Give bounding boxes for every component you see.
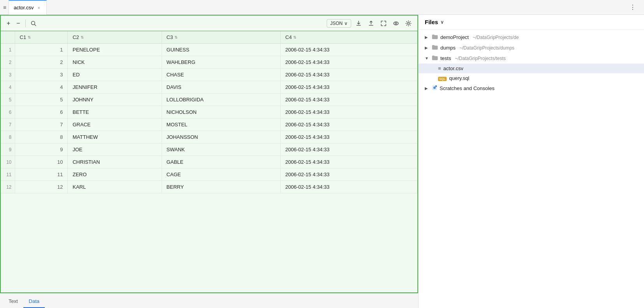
cell-c4: 2006-02-15 4:34:33 [280, 44, 417, 56]
cell-c2: CHRISTIAN [68, 156, 162, 168]
table-row[interactable]: 33EDCHASE2006-02-15 4:34:33 [1, 69, 417, 81]
cell-c1: 5 [15, 94, 68, 106]
row-number: 1 [1, 44, 15, 56]
table-row[interactable]: 1010CHRISTIANGABLE2006-02-15 4:34:33 [1, 156, 417, 168]
col-header-c4[interactable]: C4 ⇅ [280, 31, 417, 44]
tree-item-querySql[interactable]: SQLquery.sql [419, 73, 644, 83]
tree-icon-dumps [432, 44, 438, 51]
files-chevron-icon[interactable]: ∨ [440, 19, 444, 25]
tree-item-tests[interactable]: ▼tests~/DataGripProjects/tests [419, 53, 644, 64]
tree-item-dumps[interactable]: ▶dumps~/DataGripProjects/dumps [419, 42, 644, 53]
svg-point-4 [408, 22, 410, 24]
table-header-row: C1 ⇅ C2 ⇅ C3 [1, 31, 417, 44]
bottom-tabs: Text Data [0, 293, 418, 308]
row-number: 11 [1, 168, 15, 181]
left-panel: + − JSON ∨ [0, 15, 418, 308]
toolbar: + − JSON ∨ [0, 15, 418, 31]
sort-icon-c1: ⇅ [28, 35, 31, 39]
preview-button[interactable] [391, 19, 401, 28]
cell-c4: 2006-02-15 4:34:33 [280, 81, 417, 94]
svg-point-2 [394, 22, 398, 25]
sort-icon-c3: ⇅ [174, 35, 178, 39]
sort-icon-c4: ⇅ [293, 35, 296, 39]
row-number: 7 [1, 119, 15, 131]
tree-meta-tests: ~/DataGripProjects/tests [455, 56, 505, 61]
file-tab[interactable]: actor.csv × [9, 0, 47, 15]
cell-c1: 12 [15, 181, 68, 193]
tree-label-querySql: query.sql [449, 75, 469, 81]
tree-arrow-tests: ▼ [425, 56, 429, 60]
tree-item-actorCsv[interactable]: ≡actor.csv [419, 64, 644, 73]
cell-c4: 2006-02-15 4:34:33 [280, 156, 417, 168]
expand-button[interactable] [378, 19, 389, 28]
col-header-c3[interactable]: C3 ⇅ [162, 31, 280, 44]
tab-close-button[interactable]: × [36, 5, 41, 11]
cell-c4: 2006-02-15 4:34:33 [280, 106, 417, 119]
tree-arrow-scratchesAndConsoles: ▶ [425, 86, 429, 90]
table-row[interactable]: 88MATTHEWJOHANSSON2006-02-15 4:34:33 [1, 131, 417, 143]
tree-label-dumps: dumps [440, 45, 456, 51]
row-number: 12 [1, 181, 15, 193]
table-row[interactable]: 22NICKWAHLBERG2006-02-15 4:34:33 [1, 56, 417, 69]
format-label: JSON [330, 21, 343, 26]
title-bar: ≡ actor.csv × ⋮ [0, 0, 644, 15]
row-number: 10 [1, 156, 15, 168]
tree-icon-scratchesAndConsoles [432, 85, 437, 92]
table-row[interactable]: 11PENELOPEGUINESS2006-02-15 4:34:33 [1, 44, 417, 56]
cell-c1: 7 [15, 119, 68, 131]
tree-label-scratchesAndConsoles: Scratches and Consoles [440, 85, 494, 91]
tree-item-demoProject[interactable]: ▶demoProject~/DataGripProjects/de [419, 32, 644, 42]
cell-c3: DAVIS [162, 81, 280, 94]
files-title: Files [425, 19, 438, 25]
table-row[interactable]: 1111ZEROCAGE2006-02-15 4:34:33 [1, 168, 417, 181]
svg-point-6 [433, 87, 436, 89]
format-dropdown[interactable]: JSON ∨ [327, 19, 351, 28]
right-panel: Files ∨ ▶demoProject~/DataGripProjects/d… [418, 15, 644, 308]
table-row[interactable]: 99JOESWANK2006-02-15 4:34:33 [1, 143, 417, 156]
cell-c1: 9 [15, 143, 68, 156]
table-body: 11PENELOPEGUINESS2006-02-15 4:34:3322NIC… [1, 44, 417, 193]
download-button[interactable] [354, 19, 364, 28]
cell-c4: 2006-02-15 4:34:33 [280, 56, 417, 69]
cell-c4: 2006-02-15 4:34:33 [280, 181, 417, 193]
table-row[interactable]: 66BETTENICHOLSON2006-02-15 4:34:33 [1, 106, 417, 119]
cell-c4: 2006-02-15 4:34:33 [280, 94, 417, 106]
cell-c2: MATTHEW [68, 131, 162, 143]
cell-c1: 4 [15, 81, 68, 94]
cell-c2: JENNIFER [68, 81, 162, 94]
cell-c2: JOE [68, 143, 162, 156]
upload-button[interactable] [366, 19, 376, 28]
cell-c1: 1 [15, 44, 68, 56]
tree-arrow-dumps: ▶ [425, 46, 429, 50]
cell-c3: GABLE [162, 156, 280, 168]
table-row[interactable]: 55JOHNNYLOLLOBRIGIDA2006-02-15 4:34:33 [1, 94, 417, 106]
cell-c4: 2006-02-15 4:34:33 [280, 119, 417, 131]
cell-c3: BERRY [162, 181, 280, 193]
tab-data[interactable]: Data [23, 295, 45, 308]
table-row[interactable]: 77GRACEMOSTEL2006-02-15 4:34:33 [1, 119, 417, 131]
row-num-header [1, 31, 15, 44]
tree-item-scratchesAndConsoles[interactable]: ▶Scratches and Consoles [419, 83, 644, 94]
cell-c1: 3 [15, 69, 68, 81]
more-options-button[interactable]: ⋮ [630, 4, 636, 11]
settings-button[interactable] [403, 19, 413, 28]
sort-icon-c2: ⇅ [81, 35, 84, 39]
cell-c2: KARL [68, 181, 162, 193]
search-button[interactable] [29, 19, 38, 27]
remove-row-button[interactable]: − [14, 19, 22, 28]
files-tree: ▶demoProject~/DataGripProjects/de▶dumps~… [419, 30, 644, 308]
title-bar-right: ⋮ [630, 4, 641, 11]
table-row[interactable]: 44JENNIFERDAVIS2006-02-15 4:34:33 [1, 81, 417, 94]
table-row[interactable]: 1212KARLBERRY2006-02-15 4:34:33 [1, 181, 417, 193]
col-header-c2[interactable]: C2 ⇅ [68, 31, 162, 44]
col-header-c1[interactable]: C1 ⇅ [15, 31, 68, 44]
cell-c2: ZERO [68, 168, 162, 181]
cell-c3: CAGE [162, 168, 280, 181]
tab-text[interactable]: Text [3, 295, 23, 308]
tab-label: actor.csv [14, 5, 33, 11]
row-number: 4 [1, 81, 15, 94]
add-row-button[interactable]: + [5, 19, 12, 28]
main-layout: + − JSON ∨ [0, 15, 644, 308]
cell-c1: 6 [15, 106, 68, 119]
tree-label-actorCsv: actor.csv [443, 65, 463, 71]
